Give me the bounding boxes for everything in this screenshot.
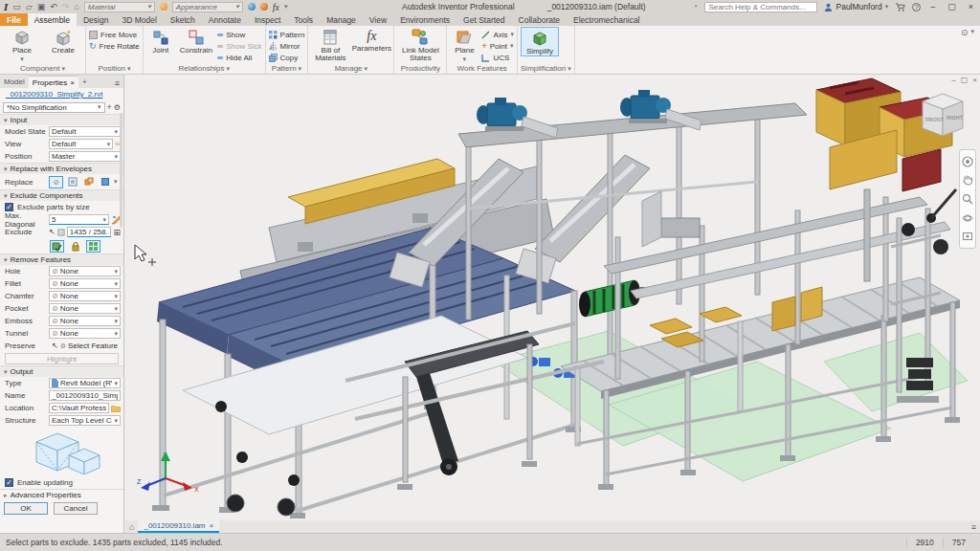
lock-parts-button[interactable] [68,240,82,253]
view-select[interactable]: Default▾ [49,139,113,149]
include-parts-button[interactable] [50,240,64,253]
exclude-selection-field[interactable]: 1435 / 258... [67,227,112,237]
close-icon[interactable]: × [210,521,214,530]
constrain-button[interactable]: Constrain [178,27,214,55]
link-model-states-button[interactable]: Link Model States [397,27,443,63]
hide-all-button[interactable]: ∞Hide All [217,53,262,62]
group-label-productivity[interactable]: Productivity [397,63,443,74]
view-cube-front-label[interactable]: FRONT [925,117,945,122]
envelope-each-part-button[interactable] [65,176,79,188]
material-dropdown[interactable]: Material ▾ [84,2,155,12]
free-move-button[interactable]: Free Move [89,30,140,39]
tab-tools[interactable]: Tools [287,13,320,26]
section-output[interactable]: ▾Output [0,365,123,377]
pattern-button[interactable]: Pattern [269,30,305,39]
grid-view-button[interactable] [86,240,100,253]
doc-restore-icon[interactable]: ▢ [961,76,969,84]
point-button[interactable]: +Point▾ [481,41,514,51]
group-label-relationships[interactable]: Relationships▾ [146,63,262,74]
viewport[interactable]: – ▢ × FRONT RIGHT Y X Z [125,75,980,520]
section-envelopes[interactable]: ▾Replace with Envelopes [0,163,123,174]
copy-button[interactable]: Copy [269,53,305,62]
tab-file[interactable]: File [0,13,28,26]
group-label-component[interactable]: Component▾ [3,63,82,74]
envelope-all-button[interactable] [98,176,112,188]
ok-button[interactable]: OK [4,502,48,515]
tab-inspect[interactable]: Inspect [248,13,287,26]
document-link[interactable]: _0012009310_Simplify_2.rvt [6,90,102,99]
panel-menu-icon[interactable]: ≡ [111,78,123,88]
output-structure-select[interactable]: Each Top Level Comp...▾ [49,415,121,426]
output-type-select[interactable]: Revit Model (RVT▾ [49,378,121,388]
chamfer-select[interactable]: ⊘None▾ [49,291,121,301]
group-label-manage[interactable]: Manage▾ [311,63,390,74]
panel-scrollbar[interactable] [120,113,122,228]
appearance-ball-icon[interactable] [160,3,167,11]
tab-assemble[interactable]: Assemble [28,13,77,26]
cancel-button[interactable]: Cancel [54,502,98,515]
redo-icon[interactable]: ↷ [62,2,70,11]
position-select[interactable]: Master▾ [49,151,121,162]
group-label-position[interactable]: Position▾ [89,63,140,74]
tab-view[interactable]: View [363,13,393,26]
tab-properties[interactable]: Properties× [29,76,78,88]
new-file-icon[interactable]: ▭ [12,2,21,11]
tab-annotate[interactable]: Annotate [202,13,248,26]
home-tab-icon[interactable]: ⌂ [129,522,134,532]
save-icon[interactable]: ▣ [37,2,46,11]
close-icon[interactable]: × [70,78,75,87]
simplification-select[interactable]: *No Simplification ▾ [3,102,105,113]
navigation-wheel-icon[interactable] [962,156,973,167]
ribbon-toggle-icon[interactable]: ⊙ [961,28,969,37]
show-sick-button[interactable]: ∞Show Sick [217,41,262,51]
group-label-work-features[interactable]: Work Features [450,63,514,74]
section-advanced-properties[interactable]: ▸Advanced Properties [0,489,123,500]
tab-list-menu-icon[interactable]: ≡ [971,522,976,532]
max-diagonal-input[interactable]: 5▾ [49,214,109,225]
preserve-select-features[interactable]: ↖⚙Select Features [49,341,121,351]
qat-customize-icon[interactable]: ▾ [284,3,288,11]
folder-icon[interactable] [111,405,121,412]
view-cube-right-label[interactable]: RIGHT [947,115,964,121]
selection-grid-icon[interactable]: ⊞ [113,228,121,237]
inventor-logo-icon[interactable]: I [4,1,8,12]
search-flyout-icon[interactable]: ‣ [694,3,698,11]
show-button[interactable]: ∞Show [217,30,262,39]
bill-of-materials-button[interactable]: Bill of Materials [311,27,349,63]
appearance-dropdown[interactable]: Appearance ▾ [172,2,243,12]
pan-icon[interactable] [962,174,973,186]
tab-manage[interactable]: Manage [320,13,363,26]
adjust-icon[interactable] [248,3,256,11]
undo-icon[interactable]: ↶ [50,2,57,11]
parameters-button[interactable]: fx Parameters [352,27,390,53]
section-input[interactable]: ▾Input [0,114,123,125]
mirror-button[interactable]: Mirror [269,41,305,51]
tab-environments[interactable]: Environments [393,13,457,26]
chevron-down-icon[interactable]: ▾ [970,28,974,35]
add-panel-tab-button[interactable]: + [78,76,91,88]
joint-button[interactable]: Joint [146,27,175,55]
open-file-icon[interactable]: ▱ [26,2,33,11]
green-drum[interactable] [579,280,650,317]
help-icon[interactable]: ? [912,3,921,11]
chevron-down-icon[interactable]: ▾ [114,178,118,186]
window-close-button[interactable]: × [966,2,976,11]
parameters-quick-icon[interactable]: fx [273,2,279,12]
tab-electromechanical[interactable]: Electromechanical [567,13,646,26]
doc-close-icon[interactable]: × [972,76,977,84]
user-account[interactable]: PaulMunford ▾ [824,2,888,11]
look-at-icon[interactable] [962,231,973,242]
highlight-button[interactable]: Highlight [5,353,119,364]
doc-minimize-icon[interactable]: – [951,76,955,84]
simplify-button[interactable]: Simplify [521,27,559,56]
axis-button[interactable]: Axis▾ [481,30,514,39]
hole-select[interactable]: ⊘None▾ [49,266,121,276]
window-restore-button[interactable]: ▢ [945,2,959,11]
plane-button[interactable]: Plane ▾ [450,27,479,63]
enable-updating-checkbox[interactable]: ✓ [5,478,13,487]
window-minimize-button[interactable]: – [927,2,938,11]
group-label-pattern[interactable]: Pattern▾ [269,63,305,74]
tab-model[interactable]: Model [0,76,29,88]
orbit-icon[interactable] [962,212,973,224]
fillet-select[interactable]: ⊘None▾ [49,278,121,289]
